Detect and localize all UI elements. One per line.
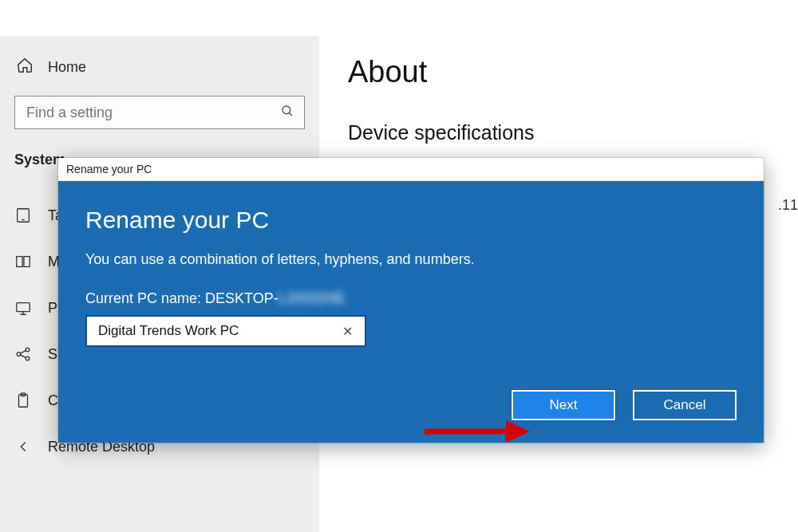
current-pc-name-obscured: L3X02HE xyxy=(279,290,346,306)
tablet-icon xyxy=(14,207,32,224)
dialog-body: Rename your PC You can use a combination… xyxy=(58,181,764,443)
settings-search[interactable] xyxy=(14,96,305,129)
section-heading-device-specs: Device specifications xyxy=(348,121,769,144)
pc-name-input-wrap[interactable]: ✕ xyxy=(85,315,366,347)
share-icon xyxy=(14,345,32,363)
next-button[interactable]: Next xyxy=(512,390,615,420)
dialog-description: You can use a combination of letters, hy… xyxy=(85,251,737,268)
dialog-titlebar: Rename your PC xyxy=(58,158,764,181)
settings-search-input[interactable] xyxy=(25,104,280,122)
svg-point-9 xyxy=(26,357,30,361)
svg-point-7 xyxy=(17,353,21,357)
svg-rect-5 xyxy=(24,257,30,267)
svg-line-10 xyxy=(20,350,26,353)
sidebar-home[interactable]: Home xyxy=(14,52,305,96)
rename-pc-dialog: Rename your PC Rename your PC You can us… xyxy=(58,158,764,443)
svg-rect-6 xyxy=(17,303,30,312)
pc-name-input[interactable] xyxy=(97,322,336,340)
ip-fragment: .11 xyxy=(778,197,798,214)
svg-rect-4 xyxy=(17,257,22,267)
dialog-heading: Rename your PC xyxy=(85,207,737,234)
search-icon xyxy=(280,104,294,122)
project-icon xyxy=(14,299,32,317)
current-pc-name-line: Current PC name: DESKTOP-L3X02HE xyxy=(85,290,737,307)
svg-line-1 xyxy=(289,112,292,116)
dialog-button-row: Next Cancel xyxy=(85,390,737,420)
home-icon xyxy=(16,57,34,78)
page-title: About xyxy=(348,55,769,89)
back-icon xyxy=(14,438,32,455)
clipboard-icon xyxy=(14,392,32,409)
sidebar-home-label: Home xyxy=(48,59,86,76)
svg-line-11 xyxy=(20,355,26,358)
multitask-icon xyxy=(14,253,32,270)
current-pc-name-visible: DESKTOP- xyxy=(205,290,279,306)
current-pc-name-prefix: Current PC name: xyxy=(85,290,205,306)
clear-input-icon[interactable]: ✕ xyxy=(336,324,358,339)
svg-point-8 xyxy=(26,348,30,352)
cancel-button[interactable]: Cancel xyxy=(633,390,737,420)
